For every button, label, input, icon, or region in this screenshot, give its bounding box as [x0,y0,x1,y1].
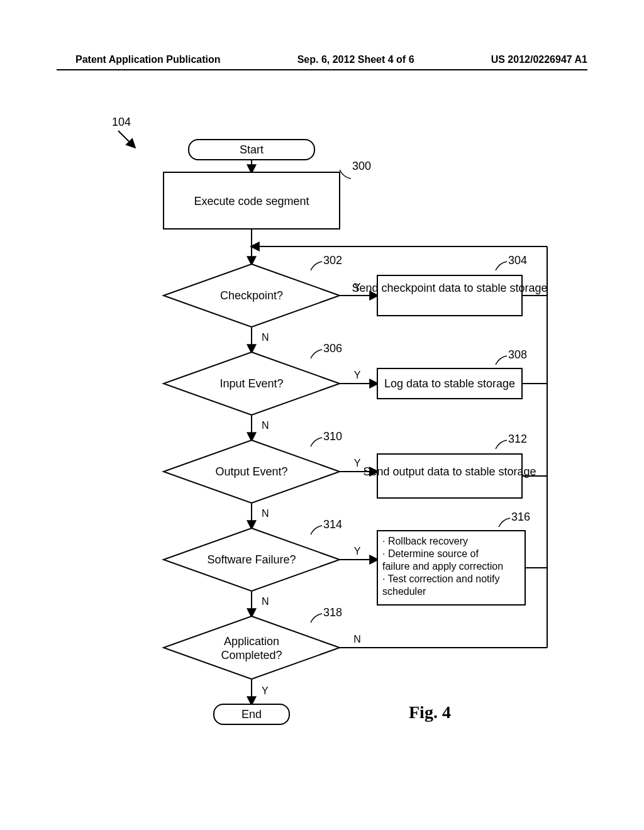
edge-306-no-label: N [262,420,269,431]
header-center: Sep. 6, 2012 Sheet 4 of 6 [297,54,414,65]
edge-314-yes-label: Y [354,546,361,556]
header-left: Patent Application Publication [75,54,221,65]
ref-hook-316 [499,518,510,527]
decision-314-label: Software Failure? [207,553,296,566]
terminator-start-label: Start [240,143,264,156]
figure-caption: Fig. 4 [409,702,451,722]
figure-ref-number: 104 [112,116,131,128]
page-header: Patent Application Publication Sep. 6, 2… [75,54,587,65]
decision-306-label: Input Event? [219,377,283,390]
ref-304: 304 [508,254,527,267]
ref-hook-310 [311,438,322,446]
header-right: US 2012/0226947 A1 [491,54,587,65]
ref-hook-302 [311,262,322,270]
ref-314: 314 [323,518,342,531]
process-316-line5: scheduler [382,586,426,597]
ref-hook-300 [340,170,351,179]
process-312-label: Send output data to stable storage [363,465,536,478]
ref-312: 312 [508,433,527,445]
ref-hook-304 [496,262,507,270]
ref-hook-314 [311,526,322,534]
decision-302-label: Checkpoint? [220,289,283,302]
figure-ref-arrow [118,131,135,147]
ref-300: 300 [352,160,371,172]
header-rule [57,69,587,70]
process-308-label: Log data to stable storage [384,377,515,390]
process-316-line3: failure and apply correction [382,561,503,572]
ref-306: 306 [323,342,342,355]
ref-302: 302 [323,254,342,267]
ref-hook-308 [496,356,507,365]
process-316-line4: · Test correction and notify [382,573,499,584]
edge-318-yes-label: Y [262,685,269,696]
process-316-line2: · Determine source of [382,548,479,559]
ref-310: 310 [323,430,342,443]
edge-310-no-label: N [262,508,269,519]
ref-hook-318 [311,614,322,622]
terminator-end-label: End [242,708,262,721]
ref-316: 316 [511,511,530,523]
edge-318-no-label: N [353,634,361,645]
edge-310-yes-label: Y [354,458,361,468]
decision-318-label-l1: Application [224,635,279,648]
ref-hook-306 [311,350,322,358]
process-300-label: Execute code segment [194,195,309,208]
decision-310-label: Output Event? [215,465,287,478]
ref-318: 318 [323,606,342,619]
flowchart-svg: 104 Start Execute code segment 300 Check… [57,82,585,773]
decision-318 [164,616,340,679]
ref-308: 308 [508,348,527,361]
process-316-line1: · Rollback recovery [382,536,468,546]
edge-302-no-label: N [262,332,269,343]
ref-hook-312 [496,440,507,449]
edge-306-yes-label: Y [354,370,361,380]
flowchart-canvas: 104 Start Execute code segment 300 Check… [57,82,585,773]
decision-318-label-l2: Completed? [221,649,282,661]
edge-314-no-label: N [262,596,269,607]
process-304-label: Send checkpoint data to stable storage [352,282,547,294]
